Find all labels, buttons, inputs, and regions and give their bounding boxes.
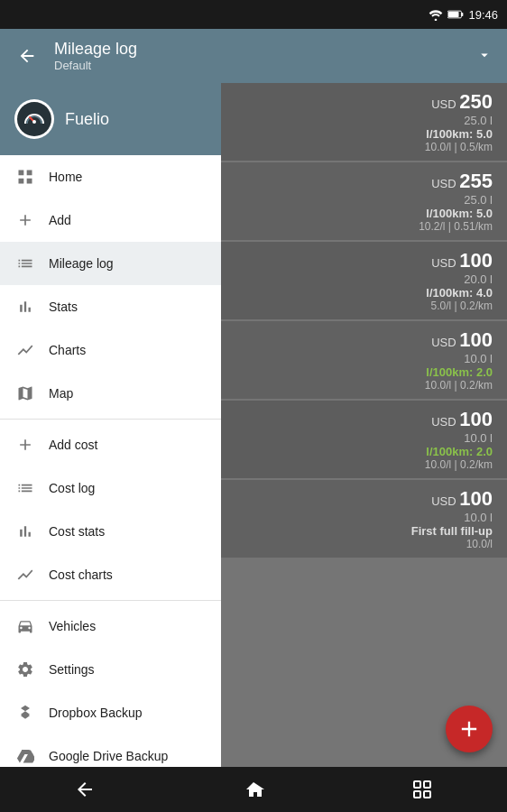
entry-consumption: l/100km: 5.0 bbox=[235, 127, 493, 141]
entry-consumption: l/100km: 4.0 bbox=[235, 286, 493, 300]
sidebar-item-stats[interactable]: Stats bbox=[0, 285, 221, 328]
add-cost-icon bbox=[14, 434, 36, 456]
sidebar-item-charts[interactable]: Charts bbox=[0, 328, 221, 372]
entry-rate: 10.2/l | 0.51/km bbox=[235, 220, 493, 233]
entry-rate: 10.0/l | 0.5/km bbox=[235, 141, 493, 153]
sidebar-label-gdrive: Google Drive Backup bbox=[49, 749, 168, 763]
sidebar-label-cost-log: Cost log bbox=[49, 481, 95, 495]
status-time: 19:46 bbox=[468, 8, 498, 22]
entry-liters: 10.0 l bbox=[235, 352, 493, 365]
entry-rate: 10.0/l bbox=[235, 538, 493, 550]
sidebar-label-cost-charts: Cost charts bbox=[49, 567, 113, 582]
svg-point-5 bbox=[32, 120, 36, 124]
entry-value: 100 bbox=[459, 408, 493, 430]
nav-home-button[interactable] bbox=[226, 771, 281, 807]
entry-currency: USD bbox=[431, 415, 459, 429]
add-entry-fab[interactable] bbox=[446, 706, 493, 752]
sidebar-label-settings: Settings bbox=[49, 662, 95, 677]
svg-rect-2 bbox=[462, 13, 464, 16]
line-chart-icon bbox=[14, 339, 36, 361]
list-icon bbox=[14, 253, 36, 274]
content-area: USD 250 25.0 l l/100km: 5.0 10.0/l | 0.5… bbox=[221, 83, 507, 767]
menu-divider-2 bbox=[0, 600, 221, 601]
menu-divider-1 bbox=[0, 419, 221, 420]
entry-value: 255 bbox=[459, 170, 493, 192]
log-entry[interactable]: USD 100 10.0 l l/100km: 2.0 10.0/l | 0.2… bbox=[221, 401, 507, 478]
svg-rect-1 bbox=[448, 12, 459, 17]
sidebar-item-settings[interactable]: Settings bbox=[0, 648, 221, 691]
sidebar-item-map[interactable]: Map bbox=[0, 372, 221, 415]
bar-chart-icon bbox=[14, 296, 36, 318]
entry-currency-amount: USD 250 bbox=[235, 90, 493, 114]
entry-liters: 10.0 l bbox=[235, 431, 493, 445]
entry-consumption: l/100km: 2.0 bbox=[235, 365, 493, 379]
sidebar-item-add[interactable]: Add bbox=[0, 198, 221, 242]
sidebar-item-cost-stats[interactable]: Cost stats bbox=[0, 510, 221, 553]
svg-rect-7 bbox=[424, 781, 430, 788]
entry-currency-amount: USD 100 bbox=[235, 408, 493, 431]
entry-rate: 10.0/l | 0.2/km bbox=[235, 379, 493, 392]
entry-currency: USD bbox=[431, 494, 459, 508]
back-button[interactable] bbox=[14, 43, 40, 69]
map-icon bbox=[14, 383, 36, 404]
settings-icon bbox=[14, 659, 36, 680]
entry-value: 250 bbox=[459, 90, 493, 113]
entry-rate: 10.0/l | 0.2/km bbox=[235, 458, 493, 471]
bottom-nav bbox=[0, 767, 507, 812]
sidebar-item-vehicles[interactable]: Vehicles bbox=[0, 604, 221, 648]
sidebar-label-cost-stats: Cost stats bbox=[49, 524, 105, 539]
app-logo bbox=[14, 99, 54, 139]
sidebar-item-cost-charts[interactable]: Cost charts bbox=[0, 553, 221, 596]
cost-line-chart-icon bbox=[14, 564, 36, 586]
nav-back-button[interactable] bbox=[58, 771, 112, 807]
sidebar-item-gdrive[interactable]: Google Drive Backup bbox=[0, 734, 221, 767]
wifi-icon bbox=[429, 8, 443, 21]
log-entry[interactable]: USD 100 20.0 l l/100km: 4.0 5.0/l | 0.2/… bbox=[221, 242, 507, 319]
entry-currency: USD bbox=[431, 256, 459, 270]
header-subtitle: Default bbox=[54, 59, 462, 72]
dropbox-icon bbox=[14, 702, 36, 724]
status-icons: 19:46 bbox=[429, 8, 498, 22]
entry-liters: 20.0 l bbox=[235, 272, 493, 286]
sidebar-label-add: Add bbox=[49, 213, 71, 227]
app-header: Mileage log Default bbox=[0, 29, 507, 83]
entry-value: 100 bbox=[459, 487, 493, 510]
sidebar-item-home[interactable]: Home bbox=[0, 155, 221, 198]
header-title: Mileage log bbox=[54, 40, 462, 59]
sidebar-label-dropbox: Dropbox Backup bbox=[49, 706, 143, 720]
entry-currency: USD bbox=[431, 336, 459, 349]
sidebar-item-add-cost[interactable]: Add cost bbox=[0, 423, 221, 466]
log-entry[interactable]: USD 255 25.0 l l/100km: 5.0 10.2/l | 0.5… bbox=[221, 162, 507, 240]
gdrive-icon bbox=[14, 745, 36, 767]
status-bar: 19:46 bbox=[0, 0, 507, 29]
sidebar-item-mileage-log[interactable]: Mileage log bbox=[0, 242, 221, 285]
entry-liters: 25.0 l bbox=[235, 193, 493, 207]
grid-icon bbox=[14, 166, 36, 188]
dropdown-arrow[interactable] bbox=[476, 47, 493, 66]
entry-consumption: l/100km: 2.0 bbox=[235, 445, 493, 458]
log-entry[interactable]: USD 100 10.0 l l/100km: 2.0 10.0/l | 0.2… bbox=[221, 321, 507, 399]
car-icon bbox=[14, 615, 36, 637]
entry-consumption: l/100km: 5.0 bbox=[235, 207, 493, 220]
log-entry[interactable]: USD 100 10.0 l First full fill-up 10.0/l bbox=[221, 480, 507, 558]
svg-rect-6 bbox=[414, 781, 420, 788]
cost-list-icon bbox=[14, 477, 36, 499]
entry-currency-amount: USD 100 bbox=[235, 328, 493, 352]
entry-currency-amount: USD 100 bbox=[235, 249, 493, 272]
sidebar-label-map: Map bbox=[49, 386, 73, 401]
entry-currency: USD bbox=[431, 177, 459, 190]
entry-rate: 5.0/l | 0.2/km bbox=[235, 300, 493, 312]
entry-currency: USD bbox=[431, 97, 459, 111]
sidebar-item-dropbox[interactable]: Dropbox Backup bbox=[0, 691, 221, 734]
sidebar-label-stats: Stats bbox=[49, 300, 78, 314]
entry-value: 100 bbox=[459, 249, 493, 272]
nav-recents-button[interactable] bbox=[395, 771, 449, 807]
sidebar-label-mileage-log: Mileage log bbox=[49, 256, 114, 271]
entry-liters: 25.0 l bbox=[235, 114, 493, 127]
cost-bar-chart-icon bbox=[14, 521, 36, 542]
sidebar-item-cost-log[interactable]: Cost log bbox=[0, 466, 221, 510]
log-entry[interactable]: USD 250 25.0 l l/100km: 5.0 10.0/l | 0.5… bbox=[221, 83, 507, 161]
sidebar: Fuelio Home Add bbox=[0, 83, 221, 767]
main-layout: Fuelio Home Add bbox=[0, 83, 507, 767]
sidebar-label-charts: Charts bbox=[49, 343, 86, 357]
